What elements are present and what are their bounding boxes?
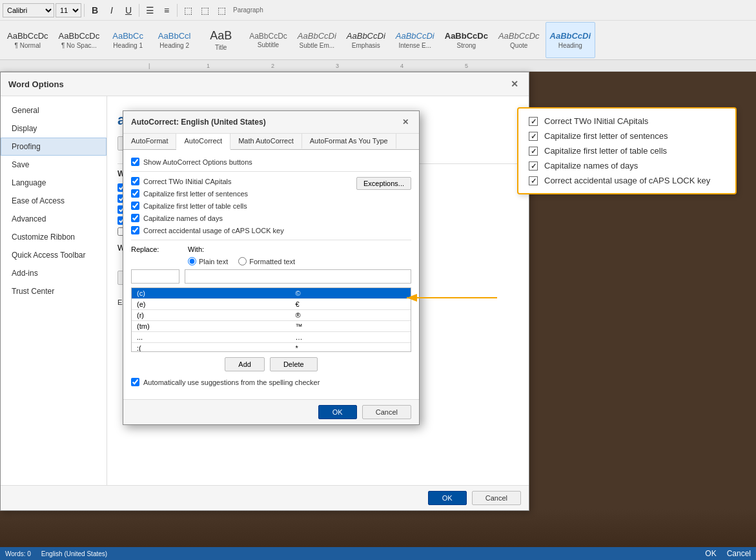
style-heading-active[interactable]: AaBbCcDi Heading — [546, 22, 596, 58]
word-options-sidebar: General Display Proofing Save Language E… — [1, 96, 107, 485]
word-options-ok-button[interactable]: OK — [428, 491, 467, 505]
style-sample-quote: AaBbCcDc — [498, 31, 540, 41]
sidebar-item-language[interactable]: Language — [1, 174, 107, 192]
cancel-bottom-button[interactable]: Cancel — [727, 549, 751, 558]
table-row[interactable]: (e) € — [132, 299, 411, 310]
sidebar-item-proofing[interactable]: Proofing — [1, 138, 107, 156]
plain-text-radio-label[interactable]: Plain text — [188, 257, 228, 265]
table-row[interactable]: ... … — [132, 332, 411, 343]
sidebar-item-advanced[interactable]: Advanced — [1, 210, 107, 228]
replace-cell: (r) — [132, 310, 291, 321]
cap-sentences-label: Capitalize first letter of sentences — [143, 190, 248, 198]
tooltip-checkbox-2 — [529, 132, 538, 141]
style-quote[interactable]: AaBbCcDc Quote — [494, 22, 544, 58]
autocorrect-table[interactable]: (c) © (e) € (r) ® (tm) ™ — [131, 287, 411, 352]
style-label-h1: Heading 1 — [113, 42, 143, 49]
style-emphasis[interactable]: AaBbCcDi Emphasis — [342, 22, 390, 58]
style-subtitle[interactable]: AaBbCcDc Subtitle — [245, 22, 292, 58]
formatted-text-radio[interactable] — [238, 257, 247, 265]
tab-math-autocorrect[interactable]: Math AutoCorrect — [230, 134, 302, 149]
autocorrect-cancel-button[interactable]: Cancel — [362, 405, 411, 419]
italic-button[interactable]: I — [104, 3, 119, 18]
sidebar-item-general[interactable]: General — [1, 101, 107, 119]
sidebar-item-add-ins[interactable]: Add-ins — [1, 264, 107, 282]
align-center-button[interactable]: ⬚ — [197, 3, 212, 18]
align-right-button[interactable]: ⬚ — [214, 3, 229, 18]
with-cell: * — [291, 343, 411, 353]
two-initials-label: Correct TWo INitial CApitals — [143, 178, 232, 185]
style-title[interactable]: AaB Title — [198, 22, 243, 58]
table-row[interactable]: (c) © — [132, 288, 411, 299]
tab-autoformat[interactable]: AutoFormat — [123, 134, 176, 149]
tooltip-row-2: Capitalize first letter of sentences — [529, 131, 725, 141]
style-subtle-em[interactable]: AaBbCcDi Subtle Em... — [293, 22, 341, 58]
bold-button[interactable]: B — [87, 3, 103, 18]
style-label-heading: Heading — [558, 42, 582, 49]
autocorrect-ok-button[interactable]: OK — [318, 405, 357, 419]
word-count: Words: 0 — [5, 550, 31, 557]
style-label-intenseem: Intense E... — [398, 42, 431, 49]
delete-button[interactable]: Delete — [270, 357, 318, 371]
style-sample-title: AaB — [210, 29, 232, 43]
replace-header-row: Replace: With: — [131, 245, 411, 253]
style-no-space[interactable]: AaBbCcDc ¶ No Spac... — [54, 22, 105, 58]
style-normal[interactable]: AaBbCcDc ¶ Normal — [3, 22, 53, 58]
with-input[interactable] — [185, 269, 411, 284]
tooltip-checkbox-1 — [529, 117, 538, 126]
cap-days-label: Capitalize names of days — [143, 214, 223, 222]
autocorrect-body: Show AutoCorrect Options buttons Excepti… — [123, 150, 419, 399]
tooltip-row-5: Correct accidental usage of cAPS LOCK ke… — [529, 176, 725, 185]
word-options-title-text: Word Options — [8, 79, 64, 89]
plain-text-radio[interactable] — [188, 257, 196, 265]
font-family-select[interactable]: Calibri — [3, 3, 54, 17]
style-heading2[interactable]: AaBbCcl Heading 2 — [152, 22, 197, 58]
style-sample-subtleem: AaBbCcDi — [298, 31, 336, 41]
table-row[interactable]: (r) ® — [132, 310, 411, 321]
style-intense-em[interactable]: AaBbCcDi Intense E... — [391, 22, 439, 58]
exceptions-button[interactable]: Exceptions... — [356, 177, 411, 190]
sidebar-item-trust-center[interactable]: Trust Center — [1, 282, 107, 300]
caps-lock-checkbox[interactable] — [131, 226, 139, 234]
font-size-select[interactable]: 11 — [56, 3, 81, 17]
sidebar-item-save[interactable]: Save — [1, 156, 107, 174]
with-cell: € — [291, 299, 411, 310]
sidebar-item-quick-access[interactable]: Quick Access Toolbar — [1, 246, 107, 264]
with-cell: ® — [291, 310, 411, 321]
style-sample-strong: AaBbCcDc — [445, 31, 488, 41]
cap-table-checkbox[interactable] — [131, 202, 139, 210]
add-delete-row: Add Delete — [131, 357, 411, 371]
style-label-quote: Quote — [510, 42, 527, 49]
sidebar-item-ease-of-access[interactable]: Ease of Access — [1, 192, 107, 210]
add-button[interactable]: Add — [225, 357, 265, 371]
table-row[interactable]: (tm) ™ — [132, 321, 411, 332]
align-left-button[interactable]: ⬚ — [180, 3, 196, 18]
cap-sentences-checkbox[interactable] — [131, 189, 139, 198]
cap-days-checkbox[interactable] — [131, 214, 139, 222]
autocorrect-close-button[interactable]: ✕ — [400, 116, 411, 128]
autocorrect-footer: OK Cancel — [123, 399, 419, 424]
sidebar-item-customize-ribbon[interactable]: Customize Ribbon — [1, 228, 107, 246]
style-heading1[interactable]: AaBbCc Heading 1 — [105, 22, 150, 58]
table-row[interactable]: :( * — [132, 343, 411, 353]
tab-autoformat-as-type[interactable]: AutoFormat As You Type — [302, 134, 396, 149]
style-strong[interactable]: AaBbCcDc Strong — [440, 22, 493, 58]
tooltip-checkbox-5 — [529, 176, 538, 185]
underline-button[interactable]: U — [121, 3, 136, 18]
replace-input[interactable] — [131, 269, 179, 284]
replace-cell: (e) — [132, 299, 291, 310]
style-sample-subtitle: AaBbCcDc — [249, 32, 287, 41]
show-options-checkbox[interactable] — [131, 158, 139, 166]
word-options-close-button[interactable]: ✕ — [508, 78, 521, 90]
tooltip-label-4: Capitalize names of days — [544, 161, 638, 171]
word-options-footer: OK Cancel — [1, 485, 529, 510]
formatted-text-radio-label[interactable]: Formatted text — [238, 257, 295, 265]
bullets-button[interactable]: ☰ — [142, 3, 158, 18]
auto-suggest-checkbox[interactable] — [131, 378, 139, 386]
sidebar-item-display[interactable]: Display — [1, 119, 107, 138]
ok-bottom-button[interactable]: OK — [705, 549, 716, 558]
two-initials-checkbox[interactable] — [131, 177, 139, 185]
word-options-cancel-button[interactable]: Cancel — [472, 491, 521, 505]
replace-cell: ... — [132, 332, 291, 343]
numbering-button[interactable]: ≡ — [159, 3, 174, 18]
tab-autocorrect[interactable]: AutoCorrect — [176, 134, 230, 150]
